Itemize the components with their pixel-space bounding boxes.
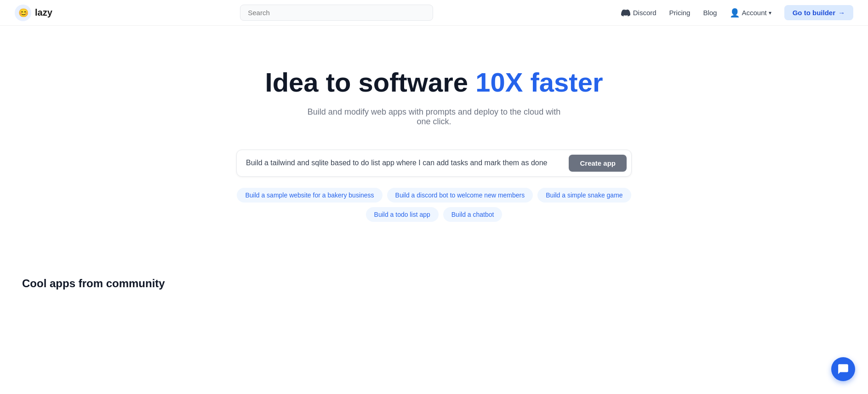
discord-link[interactable]: Discord [621, 8, 657, 17]
logo-link[interactable]: 😊 lazy [15, 5, 52, 21]
svg-text:😊: 😊 [18, 8, 29, 18]
suggestion-chip-discord-bot[interactable]: Build a discord bot to welcome new membe… [387, 188, 533, 203]
blog-label: Blog [703, 9, 717, 17]
navbar: 😊 lazy Discord Pricing Blog 👤 Account ▾ … [0, 0, 868, 26]
hero-section: Idea to software 10X faster Build and mo… [0, 26, 868, 249]
main-prompt-input[interactable] [246, 159, 569, 167]
account-label: Account [742, 9, 766, 17]
hero-title: Idea to software 10X faster [265, 67, 603, 98]
go-to-builder-button[interactable]: Go to builder → [784, 5, 853, 20]
nav-search-input[interactable] [240, 5, 433, 21]
go-to-builder-arrow-icon: → [838, 9, 845, 17]
account-chevron-icon: ▾ [769, 10, 771, 16]
nav-search-wrapper [240, 5, 433, 21]
create-app-button[interactable]: Create app [569, 155, 627, 172]
chat-bubble-icon [837, 363, 849, 375]
suggestion-chip-snake[interactable]: Build a simple snake game [537, 188, 631, 203]
chat-bubble-button[interactable] [831, 357, 855, 381]
account-link[interactable]: 👤 Account ▾ [730, 8, 771, 18]
blog-link[interactable]: Blog [703, 9, 717, 17]
go-to-builder-label: Go to builder [793, 9, 835, 17]
pricing-link[interactable]: Pricing [669, 9, 691, 17]
hero-title-highlight: 10X faster [475, 67, 603, 97]
hero-title-part1: Idea to software [265, 67, 476, 97]
account-avatar-icon: 👤 [730, 8, 740, 18]
community-title: Cool apps from community [22, 277, 846, 290]
pricing-label: Pricing [669, 9, 691, 17]
hero-subtitle: Build and modify web apps with prompts a… [305, 107, 563, 127]
suggestion-chip-chatbot[interactable]: Build a chatbot [443, 207, 503, 222]
logo-icon: 😊 [15, 5, 31, 21]
nav-links: Discord Pricing Blog 👤 Account ▾ Go to b… [621, 5, 853, 20]
suggestion-chip-bakery[interactable]: Build a sample website for a bakery busi… [237, 188, 382, 203]
community-section: Cool apps from community [0, 249, 868, 299]
suggestion-chips: Build a sample website for a bakery busi… [236, 188, 632, 222]
discord-label: Discord [633, 9, 657, 17]
discord-icon [621, 8, 630, 17]
logo-text: lazy [35, 7, 52, 18]
suggestion-chip-todo[interactable]: Build a todo list app [366, 207, 439, 222]
main-search-bar: Create app [236, 150, 632, 177]
